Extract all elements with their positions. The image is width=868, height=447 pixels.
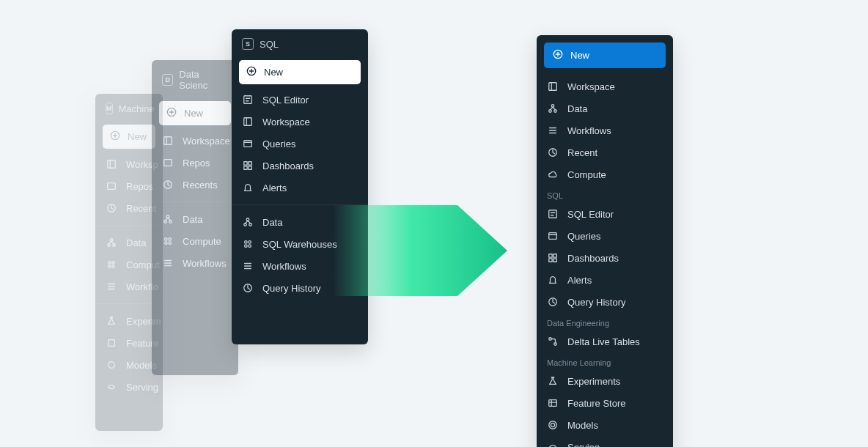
sidebar-item-workspace[interactable]: Workspace — [537, 75, 673, 97]
sidebar-item-sql-editor[interactable]: SQL Editor — [232, 89, 368, 111]
plus-circle-icon — [553, 49, 563, 62]
data-icon — [106, 237, 117, 248]
sidebar-item[interactable]: Serving — [95, 376, 163, 398]
svg-point-35 — [165, 242, 168, 245]
panel-header[interactable]: S SQL — [232, 29, 368, 57]
svg-point-97 — [549, 421, 557, 429]
new-button[interactable]: New — [544, 43, 666, 68]
sidebar-item-recent[interactable]: Recent — [537, 141, 673, 163]
section-label-sql: SQL — [537, 185, 673, 203]
workflows-icon — [162, 257, 174, 269]
svg-rect-24 — [164, 137, 172, 145]
workflows-icon — [547, 125, 559, 136]
serving-icon — [106, 381, 117, 393]
sidebar-item-queries[interactable]: Queries — [232, 133, 368, 155]
svg-line-76 — [553, 107, 556, 110]
svg-point-59 — [245, 241, 248, 244]
svg-point-33 — [165, 238, 168, 241]
cloud-icon — [547, 169, 559, 180]
svg-point-34 — [169, 238, 172, 241]
persona-badge: M — [106, 103, 113, 114]
workspace-icon — [162, 135, 174, 147]
svg-rect-50 — [244, 162, 247, 165]
compute-icon — [106, 259, 117, 270]
serving-icon — [547, 441, 559, 447]
svg-point-61 — [245, 245, 248, 248]
editor-icon — [547, 208, 559, 220]
sidebar-item[interactable]: Compute — [152, 230, 238, 252]
new-button[interactable]: New — [159, 101, 231, 125]
compute-icon — [162, 235, 174, 247]
queries-icon — [547, 230, 559, 242]
workspace-icon — [106, 158, 117, 170]
pipeline-icon — [547, 336, 559, 347]
sidebar-item-compute[interactable]: Compute — [537, 163, 673, 185]
plus-circle-icon — [166, 107, 177, 119]
svg-point-96 — [551, 423, 554, 426]
sidebar-item-alerts[interactable]: Alerts — [232, 177, 368, 199]
repos-icon — [106, 180, 117, 192]
svg-rect-5 — [108, 183, 116, 190]
sidebar-item-serving[interactable]: Serving — [537, 436, 673, 447]
sidebar-item-queries[interactable]: Queries — [537, 225, 673, 247]
sidebar-item[interactable]: Repos — [152, 152, 238, 174]
sidebar-item-sql-editor[interactable]: SQL Editor — [537, 203, 673, 225]
svg-point-15 — [112, 265, 115, 268]
sidebar-item-experiments[interactable]: Experiments — [537, 370, 673, 392]
sidebar-item[interactable]: Workflows — [152, 252, 238, 274]
svg-rect-3 — [108, 160, 116, 169]
sidebar-item[interactable]: Workspace — [152, 130, 238, 152]
workspace-icon — [242, 116, 254, 128]
sidebar-item-models[interactable]: Models — [537, 414, 673, 436]
svg-point-14 — [108, 265, 111, 268]
editor-icon — [242, 94, 254, 106]
new-label: New — [264, 67, 283, 78]
section-label-de: Data Engineering — [537, 313, 673, 330]
svg-rect-81 — [549, 210, 557, 218]
new-label: New — [184, 108, 203, 119]
dashboards-icon — [547, 252, 559, 264]
panel-header[interactable]: D Data Scienc — [152, 60, 238, 98]
workflows-icon — [242, 260, 254, 272]
svg-point-20 — [108, 362, 115, 369]
feature-icon — [106, 337, 117, 349]
history-icon — [547, 296, 559, 308]
svg-point-13 — [112, 262, 115, 265]
svg-line-10 — [109, 241, 112, 244]
sidebar-item-dashboards[interactable]: Dashboards — [232, 155, 368, 177]
new-button[interactable]: New — [239, 60, 361, 84]
new-button[interactable]: New — [103, 125, 155, 149]
sidebar-item-workspace[interactable]: Workspace — [232, 111, 368, 133]
svg-rect-70 — [549, 83, 557, 91]
svg-rect-88 — [549, 259, 552, 262]
sidebar-item-feature-store[interactable]: Feature Store — [537, 392, 673, 414]
svg-point-62 — [249, 245, 251, 248]
queries-icon — [242, 138, 254, 149]
panel-sql: S SQL New SQL Editor Workspace Queries D… — [232, 29, 368, 344]
sidebar-item[interactable]: Recents — [152, 174, 238, 196]
sidebar-item[interactable]: Data — [152, 208, 238, 230]
panel-data-science: D Data Scienc New Workspace Repos Recent… — [152, 60, 238, 375]
new-label: New — [128, 131, 147, 142]
svg-line-31 — [166, 218, 169, 221]
svg-rect-52 — [244, 166, 247, 169]
bell-icon — [242, 182, 254, 193]
sidebar-item-query-history[interactable]: Query History — [537, 291, 673, 313]
svg-rect-87 — [553, 254, 556, 257]
plus-circle-icon — [246, 66, 257, 78]
new-label: New — [570, 50, 589, 61]
feature-icon — [547, 397, 559, 409]
sidebar-item-alerts[interactable]: Alerts — [537, 269, 673, 291]
sidebar-item-dlt[interactable]: Delta Live Tables — [537, 330, 673, 352]
persona-badge: D — [162, 74, 173, 86]
svg-rect-93 — [549, 400, 557, 407]
sidebar-item-workflows[interactable]: Workflows — [537, 119, 673, 141]
sidebar-item-data[interactable]: Data — [537, 97, 673, 119]
workflows-icon — [106, 281, 117, 292]
svg-rect-84 — [549, 233, 557, 240]
bell-icon — [547, 274, 559, 286]
models-icon — [106, 359, 117, 371]
sidebar-item-dashboards[interactable]: Dashboards — [537, 247, 673, 269]
svg-line-57 — [246, 221, 249, 224]
panel-title: Machine — [119, 103, 155, 114]
